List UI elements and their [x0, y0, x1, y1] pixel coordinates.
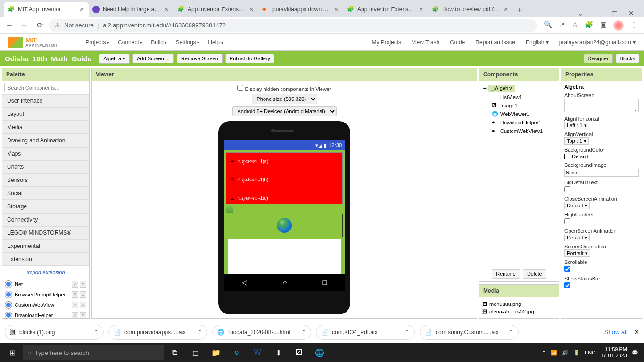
bgimage-input[interactable]: [564, 169, 639, 177]
help-icon[interactable]: ?: [72, 312, 78, 319]
screen-dropdown[interactable]: Algebra ▾: [99, 54, 130, 64]
zoom-icon[interactable]: 🔍: [544, 20, 553, 31]
scrollable-checkbox[interactable]: [564, 266, 570, 272]
help-icon[interactable]: ?: [72, 281, 78, 288]
chevron-up-icon[interactable]: ⌃: [198, 329, 202, 336]
palette-cat-ui[interactable]: User Interface: [2, 94, 89, 107]
hidden-components-checkbox[interactable]: Display hidden components in Viewer: [237, 85, 331, 92]
palette-cat-drawing[interactable]: Drawing and Animation: [2, 134, 89, 147]
download-item[interactable]: 🖼blocks (1).png⌃: [5, 325, 104, 340]
explorer-icon[interactable]: 📁: [206, 343, 226, 362]
rename-button[interactable]: Rename: [492, 269, 520, 279]
maximize-icon[interactable]: ▢: [610, 9, 619, 17]
palette-cat-sensors[interactable]: Sensors: [2, 173, 89, 187]
help-icon[interactable]: ?: [72, 291, 78, 298]
menu-projects[interactable]: Projects: [85, 39, 109, 46]
gallery-icon[interactable]: 🖼: [289, 343, 309, 362]
tab-4[interactable]: 🧩App Inventor Extensio…×: [343, 2, 428, 17]
profile-avatar[interactable]: [613, 20, 624, 31]
list-item[interactable]: ଅନୁଶୀଳନୀ -1(b): [226, 171, 342, 189]
task-view-icon[interactable]: ⧉: [164, 343, 185, 362]
screen-canvas[interactable]: ▾◢▮12:30 ଅନୁଶୀଳନୀ -1(a) ଅନୁଶୀଳନୀ -1(b) ଅ…: [224, 140, 345, 291]
palette-cat-media[interactable]: Media: [2, 121, 89, 134]
palette-cat-storage[interactable]: Storage: [2, 200, 89, 213]
chevron-down-icon[interactable]: ⌄: [576, 9, 585, 17]
alignv-dropdown[interactable]: Top : 1: [564, 137, 589, 145]
idm-icon[interactable]: ⬇: [268, 343, 289, 362]
palette-cat-maps[interactable]: Maps: [2, 147, 89, 160]
menu-build[interactable]: Build: [151, 39, 167, 46]
clock[interactable]: 11:59 PM17-01-2023: [601, 346, 627, 359]
palette-cat-connectivity[interactable]: Connectivity: [2, 213, 89, 226]
highcontrast-checkbox[interactable]: [564, 218, 570, 224]
android-version-select[interactable]: Android 5+ Devices (Android Material): [232, 106, 337, 116]
tab-5[interactable]: 🧩How to preview pdf f…×: [428, 2, 513, 17]
menu-icon[interactable]: ⋮: [630, 20, 637, 31]
close-icon[interactable]: ×: [78, 6, 85, 13]
orientation-dropdown[interactable]: Portrait: [564, 249, 590, 257]
collapse-icon[interactable]: ⊟: [482, 85, 487, 91]
palette-cat-experimental[interactable]: Experimental: [2, 239, 89, 253]
tray-expand-icon[interactable]: ⌃: [542, 350, 546, 356]
tree-customwebview[interactable]: ●CustomWebView1: [492, 127, 556, 135]
word-icon[interactable]: W: [247, 343, 268, 362]
chevron-up-icon[interactable]: ⌃: [301, 329, 306, 336]
download-item[interactable]: 🌐Biodata_2020-08-....html⌃: [212, 325, 311, 340]
media-file[interactable]: 🖼menuuuu.png: [482, 300, 556, 308]
publish-button[interactable]: Publish to Gallery: [225, 54, 274, 63]
tree-image[interactable]: 🖼Image1: [492, 101, 556, 110]
list-item[interactable]: ଅନୁଶୀଳନୀ -1(c): [226, 189, 342, 204]
edge-icon[interactable]: e: [226, 343, 247, 362]
add-screen-button[interactable]: Add Screen ...: [132, 54, 174, 63]
volume-icon[interactable]: 🔊: [562, 350, 569, 356]
chevron-up-icon[interactable]: ⌃: [509, 329, 513, 336]
tree-webviewer[interactable]: 🌐WebViewer1: [492, 110, 556, 118]
logo[interactable]: MITAPP INVENTOR: [8, 37, 57, 48]
import-extension-link[interactable]: Import extension: [7, 268, 84, 277]
palette-cat-layout[interactable]: Layout: [2, 107, 89, 121]
side-panel-icon[interactable]: ▣: [600, 20, 607, 31]
ext-net[interactable]: Net?×: [2, 279, 89, 289]
minimize-icon[interactable]: —: [593, 9, 602, 17]
close-icon[interactable]: ×: [248, 6, 255, 13]
reload-button[interactable]: ⟳: [34, 20, 45, 31]
delete-icon[interactable]: ×: [80, 281, 86, 288]
share-icon[interactable]: ↗: [559, 20, 565, 31]
webviewer-preview[interactable]: [226, 214, 343, 237]
delete-icon[interactable]: ×: [80, 312, 86, 319]
bgcolor-picker[interactable]: Default: [564, 154, 639, 159]
link-trash[interactable]: View Trash: [412, 39, 439, 46]
language-indicator[interactable]: ENG: [585, 350, 596, 355]
designer-button[interactable]: Designer: [584, 54, 613, 63]
download-item[interactable]: 📄com.KIO4_Pdf.aix⌃: [316, 325, 415, 340]
link-account[interactable]: pralayaranjan24@gmail.com ▾: [559, 39, 636, 46]
menu-settings[interactable]: Settings: [175, 39, 199, 46]
openanim-dropdown[interactable]: Default: [564, 234, 590, 241]
chevron-up-icon[interactable]: ⌃: [405, 329, 410, 336]
ext-customwebview[interactable]: CustomWebView?×: [2, 300, 89, 310]
tree-root[interactable]: ⊟▢ Algebra: [482, 84, 556, 93]
phone-size-select[interactable]: Phone size (505,320): [252, 94, 317, 104]
link-myprojects[interactable]: My Projects: [372, 39, 401, 46]
link-report[interactable]: Report an Issue: [475, 39, 515, 46]
tree-downloadhelper[interactable]: ●DownloadHelper1: [492, 118, 556, 127]
delete-icon[interactable]: ×: [80, 302, 86, 308]
back-button[interactable]: ←: [4, 20, 15, 31]
new-tab-button[interactable]: +: [513, 4, 526, 17]
menu-connect[interactable]: Connect: [118, 39, 142, 46]
chrome-icon[interactable]: 🌐: [309, 343, 330, 362]
palette-cat-extension[interactable]: Extension: [2, 253, 89, 266]
tab-1[interactable]: Need Help in large as…×: [89, 2, 173, 17]
about-textarea[interactable]: [564, 99, 639, 112]
search-components-input[interactable]: [4, 83, 87, 92]
media-file[interactable]: 🖼olena-sh...ur-02.jpg: [482, 308, 556, 315]
url-input[interactable]: ⚠ Not secure | ai2.appinventor.mit.edu/#…: [49, 19, 537, 32]
menu-help[interactable]: Help: [208, 39, 223, 46]
help-icon[interactable]: ?: [72, 302, 78, 308]
battery-icon[interactable]: 🔋: [573, 350, 580, 356]
palette-cat-lego[interactable]: LEGO® MINDSTORMS®: [2, 226, 89, 239]
show-all-link[interactable]: Show all: [604, 329, 627, 336]
close-icon[interactable]: ×: [503, 6, 509, 13]
delete-button[interactable]: Delete: [523, 269, 546, 279]
tab-0[interactable]: 🧩MIT App Inventor×: [4, 2, 89, 17]
